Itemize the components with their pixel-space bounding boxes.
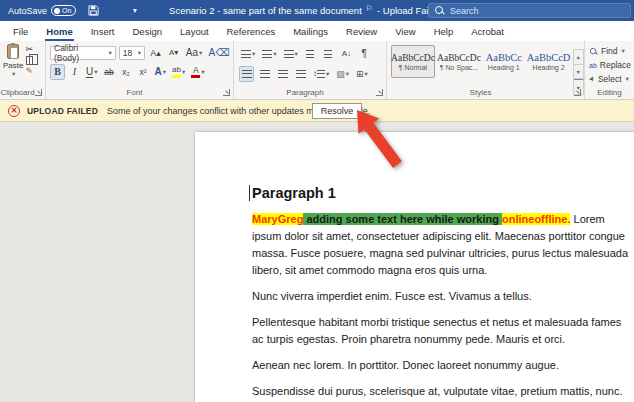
styles-scroll-down-button[interactable]: ▾ — [574, 65, 583, 80]
select-button[interactable]: ➤ Select ▾ — [585, 72, 634, 86]
shrink-font-button[interactable]: A▾ — [166, 45, 181, 61]
tab-help[interactable]: Help — [425, 21, 463, 41]
paragraph-group: ▾ ▾ ▾ A↓ ¶ ↕▾ ▨▾ ⊞▾ Paragraph — [234, 41, 387, 99]
style-no-spacing[interactable]: AaBbCcDc ¶ No Spac... — [437, 45, 481, 78]
ribbon-tab-bar: File Home Insert Design Layout Reference… — [0, 21, 634, 41]
copy-icon[interactable] — [26, 56, 33, 65]
tab-design[interactable]: Design — [123, 21, 171, 41]
tab-review[interactable]: Review — [337, 21, 386, 41]
styles-scroll-up-button[interactable]: ▴ — [574, 50, 583, 65]
font-size-dropdown-icon: ▾ — [138, 49, 141, 57]
tab-references[interactable]: References — [218, 21, 285, 41]
grow-font-button[interactable]: A▴ — [148, 45, 163, 61]
tab-insert[interactable]: Insert — [82, 21, 124, 41]
bold-button[interactable]: B — [50, 64, 65, 80]
decrease-indent-button[interactable] — [303, 46, 318, 62]
body-paragraph: Suspendisse dui purus, scelerisque at, v… — [252, 383, 632, 402]
autosave-state: On — [62, 7, 71, 14]
upload-failed-bar: ✕ UPLOAD FAILED Some of your changes con… — [0, 100, 634, 122]
font-size-combo[interactable]: 18 ▾ — [119, 46, 145, 60]
paragraph-heading: Paragraph 1 — [252, 184, 632, 202]
font-color-button[interactable]: A ▾ — [189, 64, 206, 80]
line-spacing-button[interactable]: ↕▾ — [311, 66, 331, 82]
document-page[interactable]: Paragraph 1 MaryGreg adding some text he… — [195, 132, 634, 402]
paragraph-dialog-launcher[interactable] — [376, 89, 383, 96]
numbering-button[interactable]: ▾ — [260, 46, 278, 62]
text-effects-button[interactable]: A▾ — [153, 64, 169, 80]
justify-button[interactable] — [293, 66, 308, 82]
align-right-button[interactable] — [275, 66, 290, 82]
paste-button[interactable]: Paste ▾ — [3, 44, 23, 78]
save-icon[interactable] — [88, 5, 99, 16]
multilevel-list-button[interactable]: ▾ — [282, 46, 300, 62]
style-normal[interactable]: AaBbCcDc ¶ Normal — [391, 45, 435, 78]
quick-access-dropdown-icon[interactable]: ▾ — [133, 6, 137, 15]
font-size-value: 18 — [123, 48, 134, 58]
font-name-value: Calibri (Body) — [54, 43, 105, 63]
underline-button[interactable]: U▾ — [84, 64, 100, 80]
replace-icon: ab — [589, 62, 597, 69]
font-group: Calibri (Body) ▾ 18 ▾ A▴ A▾ Aa▾ A⌫ B I U… — [46, 41, 234, 99]
font-name-combo[interactable]: Calibri (Body) ▾ — [50, 46, 116, 60]
text-highlight-button[interactable]: ab ▾ — [170, 64, 187, 80]
autosave-control[interactable]: AutoSave On — [8, 5, 76, 16]
tab-view[interactable]: View — [386, 21, 424, 41]
styles-dialog-launcher[interactable] — [574, 89, 581, 96]
title-bar: AutoSave On ▾ Scenario 2 - same part of … — [0, 0, 634, 21]
clipboard-group-label: Clipboard — [0, 88, 35, 97]
body-paragraph: Nunc viverra imperdiet enim. Fusce est. … — [252, 288, 632, 305]
bullets-button[interactable]: ▾ — [239, 46, 257, 62]
style-heading-1[interactable]: AaBbCc Heading 1 — [483, 45, 525, 78]
subscript-button[interactable]: x₂ — [119, 64, 134, 80]
clear-formatting-button[interactable]: A⌫ — [207, 45, 231, 61]
editing-group: Find ▾ ab Replace ➤ Select ▾ Editing — [585, 41, 634, 99]
clipboard-dialog-launcher[interactable] — [35, 89, 42, 96]
inserted-text-tail: onlineoffline. — [502, 213, 570, 225]
paste-dropdown-icon[interactable]: ▾ — [12, 70, 15, 78]
tab-layout[interactable]: Layout — [171, 21, 218, 41]
search-box[interactable] — [428, 3, 631, 18]
tab-home[interactable]: Home — [37, 21, 81, 41]
font-dialog-launcher[interactable] — [223, 89, 230, 96]
tab-mailings[interactable]: Mailings — [284, 21, 337, 41]
cut-icon[interactable]: ✂ — [25, 45, 33, 54]
paste-icon — [7, 44, 19, 59]
change-case-button[interactable]: Aa▾ — [184, 45, 204, 61]
upload-failed-badge: UPLOAD FAILED — [27, 106, 98, 116]
document-title-text: Scenario 2 - same part of the same docum… — [169, 5, 362, 16]
search-icon — [435, 6, 444, 15]
font-group-label: Font — [46, 88, 223, 97]
borders-button[interactable]: ⊞▾ — [354, 66, 370, 82]
upload-status-icon: ⚐ — [366, 4, 373, 13]
show-hide-pilcrow-button[interactable]: ¶ — [357, 46, 372, 62]
italic-button[interactable]: I — [67, 64, 82, 80]
paste-label: Paste — [3, 61, 23, 70]
increase-indent-button[interactable] — [321, 46, 336, 62]
find-icon — [590, 47, 597, 54]
annotation-arrow-pointing-to-resolve — [344, 106, 414, 178]
styles-group-label: Styles — [387, 88, 574, 97]
body-paragraph: Aenean nec lorem. In porttitor. Donec la… — [252, 357, 632, 374]
tab-file[interactable]: File — [4, 21, 37, 41]
clipboard-group: Paste ▾ ✂ ✎ Clipboard — [0, 41, 46, 99]
replace-button[interactable]: ab Replace — [585, 58, 634, 72]
superscript-button[interactable]: x² — [136, 64, 151, 80]
document-canvas: Paragraph 1 MaryGreg adding some text he… — [0, 122, 634, 402]
autosave-toggle[interactable]: On — [51, 5, 76, 16]
tab-acrobat[interactable]: Acrobat — [462, 21, 513, 41]
format-painter-icon[interactable]: ✎ — [25, 67, 33, 76]
search-input[interactable] — [450, 6, 600, 16]
body-paragraph: Pellentesque habitant morbi tristique se… — [252, 314, 632, 348]
align-center-button[interactable] — [257, 66, 272, 82]
styles-group: AaBbCcDc ¶ Normal AaBbCcDc ¶ No Spac... … — [387, 41, 585, 99]
word-window: AutoSave On ▾ Scenario 2 - same part of … — [0, 0, 634, 402]
shading-button[interactable]: ▨▾ — [334, 66, 351, 82]
find-button[interactable]: Find ▾ — [585, 44, 634, 58]
sort-button[interactable]: A↓ — [339, 46, 354, 62]
style-heading-2[interactable]: AaBbCcD Heading 2 — [527, 45, 571, 78]
paragraph-with-conflict: MaryGreg adding some text here while wor… — [252, 211, 632, 279]
autosave-label: AutoSave — [8, 6, 47, 16]
strikethrough-button[interactable]: ab — [102, 64, 117, 80]
align-left-button[interactable] — [239, 66, 254, 82]
document-title[interactable]: Scenario 2 - same part of the same docum… — [169, 5, 449, 16]
